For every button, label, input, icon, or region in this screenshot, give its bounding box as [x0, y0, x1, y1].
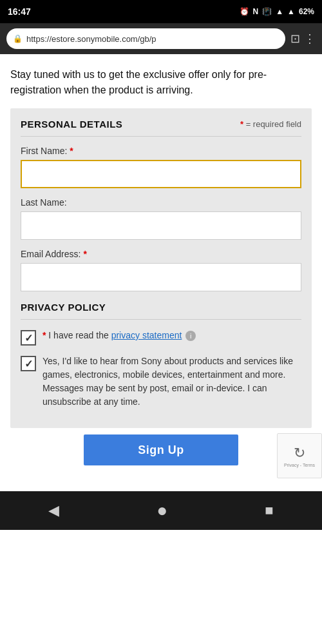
- url-bar[interactable]: 🔒 https://estore.sonymobile.com/gb/p: [6, 28, 285, 49]
- vibrate-icon: 📳: [262, 7, 272, 16]
- recaptcha-label: Privacy - Terms: [284, 463, 315, 467]
- home-button[interactable]: ●: [156, 500, 167, 521]
- required-note: * = required field: [240, 119, 301, 129]
- first-name-required-star: *: [70, 146, 73, 156]
- marketing-consent-row: Yes, I'd like to hear from Sony about pr…: [21, 355, 301, 409]
- status-bar: 16:47 ⏰ N 📳 ▲ ▲ 62%: [0, 0, 322, 23]
- recents-button[interactable]: ■: [265, 502, 273, 519]
- wifi-icon: ▲: [276, 7, 283, 16]
- signup-area: Sign Up ↻ Privacy - Terms: [0, 428, 322, 478]
- email-field-group: Email Address: *: [21, 249, 301, 291]
- status-icons: ⏰ N 📳 ▲ ▲ 62%: [240, 7, 314, 16]
- bottom-nav: ◀ ● ■: [0, 491, 322, 530]
- first-name-label: First Name: *: [21, 146, 301, 156]
- tab-switcher-button[interactable]: ⊡: [290, 32, 300, 46]
- privacy-statement-label: * I have read the privacy statement i: [43, 329, 196, 342]
- lock-icon: 🔒: [13, 34, 23, 43]
- recaptcha-badge[interactable]: ↻ Privacy - Terms: [277, 433, 322, 478]
- privacy-policy-title: PRIVACY POLICY: [21, 302, 301, 320]
- privacy-statement-checkbox[interactable]: [21, 330, 36, 346]
- signal-icon: ▲: [287, 7, 295, 16]
- info-icon[interactable]: i: [185, 331, 196, 341]
- signup-button[interactable]: Sign Up: [84, 434, 238, 465]
- marketing-consent-checkbox[interactable]: [21, 356, 36, 371]
- last-name-label: Last Name:: [21, 197, 301, 208]
- alarm-icon: ⏰: [240, 7, 249, 16]
- privacy-statement-row: * I have read the privacy statement i: [21, 329, 301, 346]
- first-name-input[interactable]: [21, 160, 301, 188]
- last-name-field-group: Last Name:: [21, 197, 301, 240]
- first-name-field-group: First Name: *: [21, 146, 301, 188]
- browser-icons: ⊡ ⋮: [290, 32, 316, 46]
- last-name-input[interactable]: [21, 211, 301, 240]
- required-star: *: [240, 119, 243, 129]
- email-label: Email Address: *: [21, 249, 301, 259]
- marketing-consent-label: Yes, I'd like to hear from Sony about pr…: [43, 355, 301, 409]
- back-button[interactable]: ◀: [48, 502, 59, 519]
- privacy-req-star: *: [43, 330, 46, 340]
- intro-text: Stay tuned with us to get the exclusive …: [0, 54, 322, 108]
- more-options-button[interactable]: ⋮: [304, 32, 316, 46]
- status-time: 16:47: [8, 6, 31, 17]
- personal-details-section: PERSONAL DETAILS * = required field Firs…: [10, 108, 312, 428]
- section-title: PERSONAL DETAILS: [21, 119, 122, 130]
- address-bar: 🔒 https://estore.sonymobile.com/gb/p ⊡ ⋮: [0, 23, 322, 54]
- email-required-star: *: [83, 249, 86, 259]
- email-input[interactable]: [21, 263, 301, 291]
- battery-text: 62%: [299, 7, 314, 16]
- recaptcha-icon: ↻: [294, 445, 305, 462]
- nfc-icon: N: [253, 7, 259, 16]
- privacy-statement-link[interactable]: privacy statement: [111, 330, 182, 340]
- section-header: PERSONAL DETAILS * = required field: [21, 119, 301, 137]
